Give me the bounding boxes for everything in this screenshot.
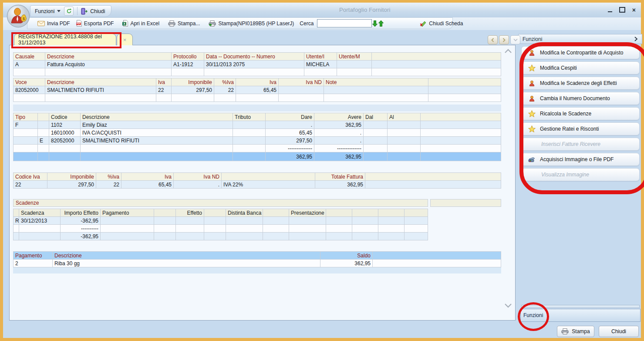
chevron-right-icon [502,38,506,42]
sidebar-item-modifica-scadenze-effetti[interactable]: Modifica le Scadenze degli Effetti [521,77,640,90]
printer-default-icon [209,20,216,27]
table-row: ---------- [13,225,428,233]
table-header-row: Tipo Codice Descrizione Tributo Dare Ave… [13,113,501,121]
sidebar-item-label: Gestione Ratei e Risconti [540,126,599,132]
printer-icon [561,328,569,334]
stampa-button[interactable]: Stampa... [165,20,203,27]
funzioni-bottom-label: Funzioni [523,312,543,318]
minimize-button[interactable] [608,11,612,12]
cell-codice[interactable]: 1102 [49,121,81,129]
sidebar-item-visualizza-immagine: Visualizza Immagine [521,168,640,181]
cell-separator-dashes: -------------- [314,145,364,152]
cell-protocollo[interactable]: A1-1912 [172,61,204,68]
table-row: 16010000 IVA C/ACQUISTI 65,45 . [13,129,501,137]
search-next-button[interactable] [372,19,378,28]
stampa-footer-label: Stampa [572,328,590,334]
printer-icon [168,20,175,27]
table-row: 2 Riba 30 gg 362,95 [13,260,501,267]
sidebar-funzioni-bottom-panel[interactable]: Funzioni [520,309,641,322]
cell-codice[interactable]: 82052000 [49,137,81,145]
maximize-button[interactable] [619,7,625,13]
cell-totale-avere: 362,95 [314,152,364,161]
sidebar-item-label: Inserisci Fatture Ricevere [541,141,600,147]
chiudi-footer-button[interactable]: Chiudi [599,326,639,337]
scroll-up-button[interactable] [504,49,512,54]
application-window: $ Funzioni Chiudi [3,3,641,338]
cell-data-scadenza: 30/12/2013 [19,217,61,225]
cell-saldo: 362,95 [320,260,373,267]
scanner-icon [527,156,536,163]
tab-list-button[interactable] [510,35,520,44]
chiudi-window-label: Chiudi [90,8,105,14]
scroll-down-button[interactable] [504,303,512,308]
tab-scroll-left-button[interactable] [488,35,498,44]
cell-importo-effetto: -362,95 [61,217,101,225]
annotation-box-tab [11,32,121,48]
chevron-down-icon [57,10,61,12]
stampa-footer-button[interactable]: Stampa [557,326,594,337]
close-button[interactable]: × [632,8,636,12]
cell-totale-dare: 362,95 [266,152,314,161]
table-row [13,267,501,273]
cell-separator-dashes: -------------- [266,145,314,152]
sidebar-item-label: Modifica Cespiti [540,65,577,71]
chiudi-scheda-button[interactable]: Chiudi Scheda [417,19,466,27]
table-row: 82052000 SMALTIMENTO RIFIUTI 22 297,50 2… [13,86,501,94]
stampa-stampante-label: Stampa(NPI0189B5 (HP LaserJ) [218,20,294,27]
search-input[interactable] [317,19,372,27]
stampa-stampante-button[interactable]: Stampa(NPI0189B5 (HP LaserJ) [206,20,297,27]
cell-codice-iva: 22 [13,181,47,189]
sidebar-item-acquisisci-immagine[interactable]: Acquisisci Immagine o File PDF [521,153,640,166]
window-title: Portafoglio Fornitori [339,7,391,13]
close-tab-icon [420,20,427,27]
cell-imponibile: 297,50 [47,181,96,189]
table-row: -362,95 [13,233,428,240]
star-icon [527,125,536,132]
chiudi-window-button[interactable]: Chiudi [81,8,105,15]
cell-separator-dashes: ---------- [61,225,101,233]
cell-descrizione: Emily Diaz [81,121,233,129]
sidebar-title: Funzioni [523,36,542,42]
cell-codice[interactable]: 16010000 [49,129,81,137]
sidebar-item-gestione-ratei-risconti[interactable]: Gestione Ratei e Risconti [521,122,640,135]
sidebar-function-list: Modifica le Contropartite di Acquisto Mo… [521,46,640,183]
cell-descrizione: Riba 30 gg [53,260,320,267]
table-header-row: VoceDescrizioneIva Imponibile%Iva IvaIva… [13,78,501,86]
person-icon [527,80,536,87]
sidebar-funzioni-header[interactable]: Funzioni [518,34,642,44]
tab-scroll-right-button[interactable] [499,35,509,44]
chevron-down-icon [513,38,518,42]
registrazione-table: CausaleDescrizione ProtocolloData -- Doc… [13,52,501,76]
cell-avere: 362,95 [314,121,364,129]
arrow-up-icon [378,20,384,27]
sidebar-item-label: Cambia il Numero Documento [540,95,610,101]
table-row: R 30/12/2013 -362,95 [13,217,428,225]
table-row: F 1102 Emily Diaz . 362,95 [13,121,501,129]
esporta-pdf-button[interactable]: PDF Esporta PDF [73,19,117,27]
cell-importo-iva: 65,45 [236,86,279,94]
cell-dare: 297,50 [266,137,314,145]
table-row: E 82052000 SMALTIMENTO RIFIUTI 297,50 . [13,137,501,145]
apri-excel-button[interactable]: X Apri in Excel [119,19,162,27]
invia-pdf-label: Invia PDF [47,20,70,27]
search-previous-button[interactable] [378,19,384,28]
cell-descrizione: SMALTIMENTO RIFIUTI [45,86,156,94]
invia-pdf-button[interactable]: Invia PDF [34,20,73,27]
sidebar-collapsed-strip[interactable] [521,305,640,308]
sidebar-item-modifica-contropartite[interactable]: Modifica le Contropartite di Acquisto [521,46,640,59]
sidebar-item-label: Ricalcola le Scadenze [540,111,591,117]
chiudi-footer-label: Chiudi [611,328,626,334]
star-icon [527,64,536,71]
funzioni-menu-button[interactable]: Funzioni [35,8,61,14]
chiudi-scheda-label: Chiudi Scheda [429,20,463,27]
section-spacer [13,105,501,111]
sidebar-item-modifica-cespiti[interactable]: Modifica Cespiti [521,61,640,74]
title-bar: $ Funzioni Chiudi [3,3,641,17]
chevron-left-icon [491,38,495,42]
supplier-avatar-icon: $ [7,4,30,28]
envelope-icon [37,21,45,26]
refresh-button[interactable] [64,7,74,16]
star-icon [527,110,536,117]
sidebar-item-ricalcola-scadenze[interactable]: Ricalcola le Scadenze [521,107,640,120]
sidebar-item-cambia-numero-documento[interactable]: Cambia il Numero Documento [521,92,640,105]
